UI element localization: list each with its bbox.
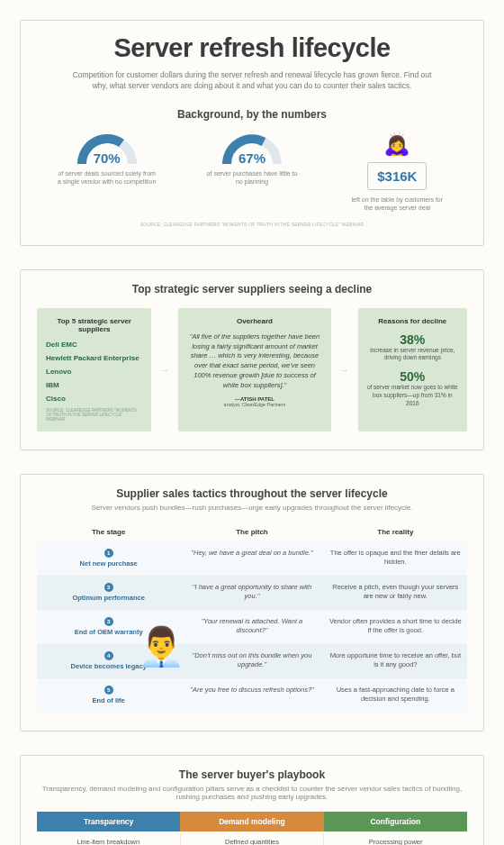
- reason-desc: of server market now goes to white box s…: [367, 384, 458, 407]
- pitch-cell: "Hey, we have a great deal on a bundle.": [180, 541, 323, 576]
- reason-pct: 50%: [367, 369, 458, 384]
- stage-number-badge: 4: [104, 651, 113, 660]
- col-header: Transparency: [37, 812, 180, 831]
- reality-cell: Receive a pitch, even though your server…: [324, 576, 467, 610]
- stat-desc: of server purchases have little to no pl…: [202, 169, 302, 186]
- reality-cell: Uses a fast-approaching date to force a …: [324, 678, 467, 713]
- stage-number-badge: 5: [104, 686, 113, 695]
- stat-value: $316K: [367, 162, 427, 190]
- supplier-name: Lenovo: [46, 368, 142, 376]
- overheard-title: Overheard: [187, 317, 321, 325]
- stat-item: 67% of server purchases have little to n…: [182, 133, 321, 186]
- pitch-cell: "Don't miss out on this bundle when you …: [180, 644, 323, 678]
- playbook-card: The server buyer's playbook Transparency…: [20, 755, 484, 845]
- reasons-box: Reasons for decline 38% increase in serv…: [358, 308, 467, 432]
- background-heading: Background, by the numbers: [37, 108, 467, 121]
- suppliers-title: Top 5 strategic server suppliers: [46, 317, 142, 333]
- lifecycle-table: The stage The pitch The reality 1Net new…: [37, 522, 467, 713]
- background-row: 70% of server deals sourced solely from …: [37, 133, 467, 213]
- reason-desc: increase in server revenue price, drivin…: [367, 347, 458, 363]
- playbook-cell: Line-item breakdown: [37, 831, 180, 845]
- table-row: 1Net new purchase"Hey, we have a great d…: [37, 541, 467, 576]
- gauge-icon: 67%: [221, 133, 283, 166]
- lifecycle-sub: Server vendors push bundles—rush purchas…: [37, 504, 467, 512]
- stat-desc: of server deals sourced solely from a si…: [58, 169, 157, 186]
- stage-number-badge: 1: [104, 549, 113, 558]
- supplier-name: Dell EMC: [46, 341, 142, 349]
- infographic-page: Server refresh lifecycle Competition for…: [0, 0, 504, 845]
- quote-attrib-role: analyst, ClearEdge Partners: [187, 402, 321, 407]
- page-subtitle: Competition for customer dollars during …: [72, 70, 432, 92]
- stat-value: 67%: [221, 150, 283, 166]
- source-text: SOURCE: CLEAREDGE PARTNERS "MOMENTS OF T…: [37, 222, 467, 227]
- playbook-heading: The server buyer's playbook: [37, 768, 467, 781]
- stage-cell: 3End of OEM warranty: [37, 610, 180, 644]
- playbook-cell: Defined quantities: [180, 831, 325, 845]
- pitch-cell: "I have a great opportunity to share wit…: [180, 576, 323, 610]
- playbook-sub: Transparency, demand modeling and config…: [37, 785, 467, 801]
- pitch-cell: "Are you free to discuss refresh options…: [180, 678, 323, 713]
- supplier-name: IBM: [46, 381, 142, 389]
- suppliers-box: Top 5 strategic server suppliers Dell EM…: [37, 308, 151, 432]
- overheard-box: Overheard "All five of the suppliers tog…: [178, 308, 330, 432]
- reasons-title: Reasons for decline: [367, 317, 458, 325]
- col-header: Configuration: [324, 812, 467, 831]
- col-header: Demand modeling: [180, 812, 323, 831]
- table-row: 2Optimum performance"I have a great oppo…: [37, 576, 467, 610]
- reality-cell: Vendor often provides a short time to de…: [324, 610, 467, 644]
- supplier-name: Cisco: [46, 395, 142, 403]
- stat-item: 🙇‍♀️ $316K left on the table by customer…: [328, 133, 467, 213]
- decline-heading: Top strategic server suppliers seeing a …: [37, 283, 467, 295]
- col-header: The reality: [324, 522, 467, 541]
- stage-cell: 4Device becomes legacy: [37, 644, 180, 678]
- stage-number-badge: 3: [104, 617, 113, 626]
- gauge-icon: 70%: [76, 133, 138, 166]
- playbook-cell: Processing power: [324, 831, 467, 845]
- pitch-cell: "Your renewal is attached. Want a discou…: [180, 610, 323, 644]
- stat-desc: left on the table by customers for the a…: [347, 195, 446, 213]
- person-money-icon: 🙇‍♀️: [331, 133, 464, 155]
- col-header: The pitch: [180, 522, 323, 541]
- table-row: 4Device becomes legacy"Don't miss out on…: [37, 644, 467, 678]
- reality-cell: More opportune time to receive an offer,…: [324, 644, 467, 678]
- source-text: SOURCE: CLEAREDGE PARTNERS "MOMENTS OF T…: [46, 408, 142, 422]
- decline-row: Top 5 strategic server suppliers Dell EM…: [37, 308, 467, 432]
- page-title: Server refresh lifecycle: [37, 33, 467, 63]
- playbook-header: Transparency Demand modeling Configurati…: [37, 812, 467, 831]
- arrow-right-icon: →: [158, 365, 171, 375]
- stage-cell: 2Optimum performance: [37, 576, 180, 610]
- reality-cell: The offer is opaque and the finer detail…: [324, 541, 467, 576]
- supplier-name: Hewlett Packard Enterprise: [46, 354, 142, 362]
- quote-text: "All five of the suppliers together have…: [187, 332, 321, 391]
- decline-card: Top strategic server suppliers seeing a …: [20, 269, 484, 450]
- arrow-right-icon: →: [338, 365, 351, 375]
- stage-cell: 1Net new purchase: [37, 541, 180, 576]
- table-row: 3End of OEM warranty"Your renewal is att…: [37, 610, 467, 644]
- stat-item: 70% of server deals sourced solely from …: [37, 133, 176, 186]
- table-row: 5End of life"Are you free to discuss ref…: [37, 678, 467, 713]
- stat-value: 70%: [76, 150, 138, 166]
- col-header: The stage: [37, 522, 180, 541]
- stage-number-badge: 2: [104, 583, 113, 592]
- lifecycle-heading: Supplier sales tactics throughout the se…: [37, 487, 467, 500]
- header-card: Server refresh lifecycle Competition for…: [20, 20, 484, 246]
- table-header: The stage The pitch The reality: [37, 522, 467, 541]
- reason-pct: 38%: [367, 332, 458, 347]
- lifecycle-card: Supplier sales tactics throughout the se…: [20, 474, 484, 732]
- table-row: Line-item breakdownDefined quantitiesPro…: [37, 831, 467, 845]
- stage-cell: 5End of life: [37, 678, 180, 713]
